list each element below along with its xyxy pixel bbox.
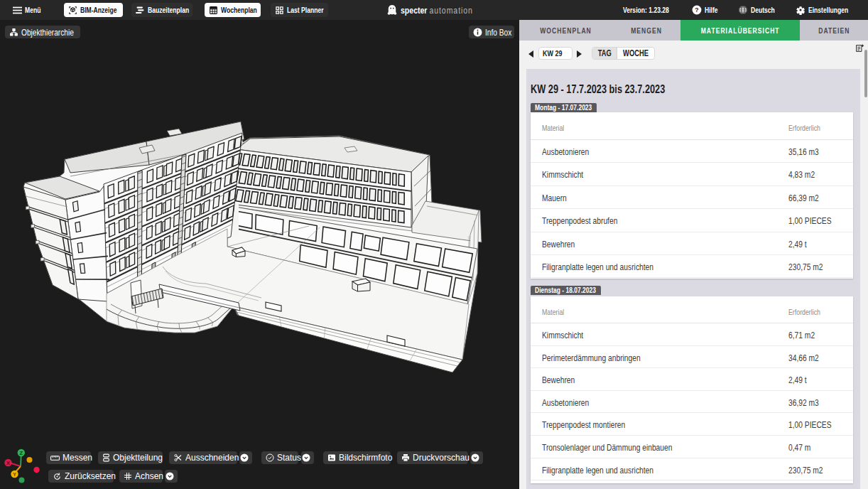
svg-text:?: ? — [695, 6, 698, 14]
svg-text:Y: Y — [13, 471, 16, 478]
svg-text:X: X — [6, 460, 10, 466]
svg-text:Z: Z — [20, 450, 23, 456]
